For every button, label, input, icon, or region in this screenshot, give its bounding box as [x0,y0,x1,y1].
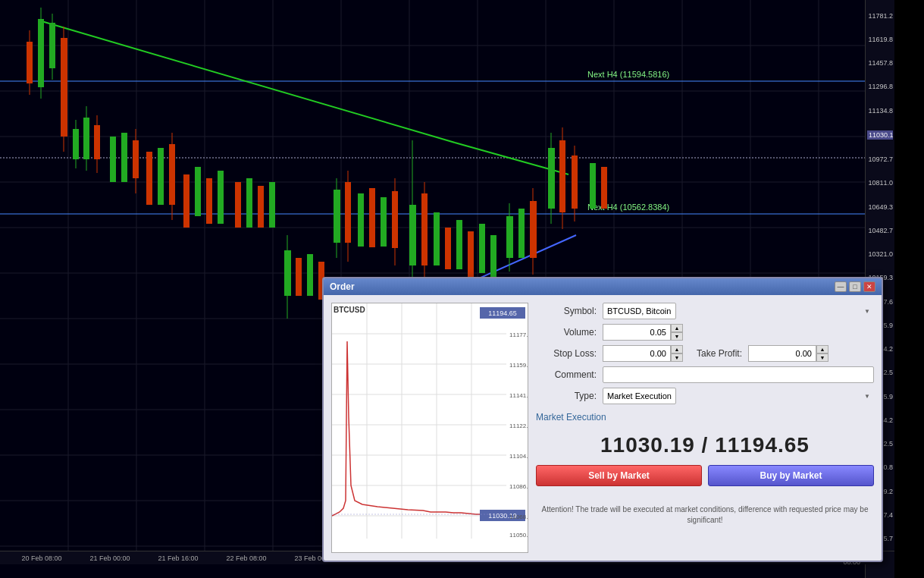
svg-rect-118 [601,167,607,209]
svg-rect-41 [61,38,67,137]
volume-input[interactable] [603,324,671,341]
volume-down-button[interactable]: ▼ [671,332,683,341]
svg-text:11159.48: 11159.48 [509,362,528,369]
close-button-row [536,492,874,500]
svg-rect-77 [334,190,340,243]
price-10482: 10482.7 [867,227,893,234]
volume-label: Volume: [536,327,597,338]
svg-rect-66 [218,171,224,224]
attention-text: Attention! The trade will be executed at… [536,504,874,526]
type-row: Type: Market Execution [536,388,874,404]
svg-rect-97 [456,220,462,269]
price-10321: 10321.0 [867,250,893,258]
sell-by-market-button[interactable]: Sell by Market [536,465,702,486]
svg-rect-35 [38,19,44,87]
type-label: Type: [536,391,597,401]
volume-spinbox-buttons: ▲ ▼ [671,324,683,341]
comment-label: Comment: [536,369,597,380]
take-profit-down-button[interactable]: ▼ [816,353,828,362]
svg-rect-108 [548,148,555,209]
svg-rect-104 [518,209,525,258]
svg-text:11086.51: 11086.51 [509,483,528,490]
take-profit-spinbox: ▲ ▼ [748,345,828,362]
svg-rect-75 [307,254,313,296]
comment-input[interactable] [603,366,874,383]
dialog-title: Order [330,281,355,292]
dialog-titlebar: Order — □ ✕ [324,278,882,295]
time-label-1: 21 Feb 00:00 [89,554,130,562]
volume-up-button[interactable]: ▲ [671,324,683,332]
svg-rect-70 [269,182,275,228]
sl-tp-row: Stop Loss: ▲ ▼ Take Profit: ▲ ▼ [536,345,874,362]
type-select[interactable]: Market Execution [603,388,676,404]
dialog-body: BTCUSD [324,295,882,561]
svg-text:Next H4 (10562.8384): Next H4 (10562.8384) [587,203,669,212]
price-display: 11030.19 / 11194.65 [536,426,874,465]
svg-text:11194.65: 11194.65 [488,309,517,317]
svg-text:11141.24: 11141.24 [509,392,528,399]
dialog-title-buttons: — □ ✕ [835,281,875,292]
svg-text:11104.75: 11104.75 [509,453,528,460]
price-11030-current: 11030.1 [867,130,893,140]
stop-loss-down-button[interactable]: ▼ [671,353,683,362]
svg-rect-71 [284,250,291,296]
stop-loss-input[interactable] [603,345,671,362]
time-label-2: 21 Feb 16:00 [158,554,198,562]
svg-rect-67 [235,182,241,228]
svg-rect-92 [421,193,428,265]
price-10972: 10972.7 [867,155,893,163]
svg-rect-58 [146,152,152,205]
svg-rect-80 [345,182,351,243]
svg-rect-44 [73,129,79,159]
svg-rect-105 [530,201,537,258]
stop-loss-up-button[interactable]: ▲ [671,345,683,353]
price-10811: 10811.0 [867,179,893,187]
order-dialog: Order — □ ✕ BTCUSD [322,277,883,562]
svg-line-29 [42,21,455,143]
market-execution-label: Market Execution [536,412,874,423]
svg-rect-47 [83,118,89,159]
price-10649: 10649.3 [867,203,893,211]
svg-rect-68 [246,178,252,228]
svg-rect-84 [369,188,375,247]
svg-rect-111 [559,140,565,212]
svg-rect-63 [183,174,189,228]
take-profit-up-button[interactable]: ▲ [816,345,828,353]
symbol-row: Symbol: BTCUSD, Bitcoin [536,303,874,319]
svg-rect-101 [506,216,513,258]
svg-rect-99 [479,224,485,273]
svg-rect-65 [206,178,212,224]
buy-sell-buttons: Sell by Market Buy by Market [536,465,874,486]
svg-text:11177.73: 11177.73 [509,331,528,338]
price-11781: 11781.2 [867,12,893,20]
svg-rect-86 [392,191,398,248]
svg-rect-69 [258,186,264,228]
close-dialog-button[interactable]: ✕ [863,281,875,292]
buy-by-market-button[interactable]: Buy by Market [708,465,874,486]
order-form: Symbol: BTCUSD, Bitcoin Volume: ▲ ▼ [536,303,874,553]
svg-rect-83 [358,193,364,247]
stop-loss-label: Stop Loss: [536,348,597,359]
minimize-button[interactable]: — [835,281,847,292]
volume-row: Volume: ▲ ▼ [536,324,874,341]
price-11296: 11296.8 [867,83,893,90]
svg-rect-100 [490,235,496,281]
stop-loss-buttons: ▲ ▼ [671,345,683,362]
maximize-button[interactable]: □ [849,281,861,292]
svg-rect-89 [409,205,416,265]
svg-rect-85 [381,197,387,247]
svg-rect-32 [27,42,33,83]
volume-spinbox: ▲ ▼ [603,324,683,341]
take-profit-input[interactable] [748,345,816,362]
svg-rect-98 [468,231,474,277]
stop-loss-spinbox: ▲ ▼ [603,345,683,362]
take-profit-buttons: ▲ ▼ [816,345,828,362]
time-label-0: 20 Feb 08:00 [21,554,61,562]
svg-rect-50 [94,125,100,159]
svg-rect-38 [49,23,55,68]
mini-chart: BTCUSD [331,303,528,553]
svg-rect-95 [434,212,440,265]
symbol-select[interactable]: BTCUSD, Bitcoin [603,303,676,319]
svg-text:Next H4 (11594.5816): Next H4 (11594.5816) [587,70,669,79]
svg-rect-60 [169,144,175,205]
